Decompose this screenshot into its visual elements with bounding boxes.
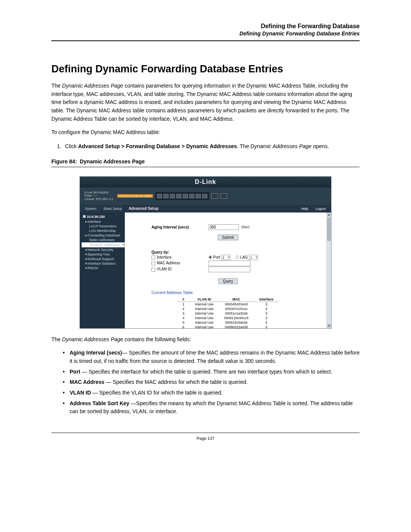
port-select[interactable]: 1 [221,255,230,260]
scroll-up-icon[interactable]: ▲ [327,212,331,217]
table-cell: 2 [177,307,190,311]
table-cell: Internal Use [190,307,219,311]
vlan-label: VLAN ID [157,267,172,271]
tab-system[interactable]: System [80,205,102,212]
lag-select[interactable]: 1 [249,255,258,260]
tree-forwarding-db[interactable]: ▸Forwarding Database [81,233,123,238]
tree-network-security[interactable]: ▾Network Security [81,248,123,252]
table-cell: 00051c1a32a5 [219,311,254,316]
table-cell: 1 [177,302,190,307]
fields-intro: The Dynamic Addresses Page contains the … [51,335,360,344]
field-bullet: Aging Interval (secs)— Specifies the amo… [63,349,360,365]
intro-paragraph: The Dynamic Addresses Page contains para… [51,82,360,123]
module-slot-icon [220,193,227,199]
content-pane: Aging Interval (secs) (Sec) Submit Query… [125,212,331,328]
port-strip [155,192,209,200]
interface-checkbox[interactable] [151,256,155,259]
th-if: Interface [254,297,279,302]
port-icon [163,194,169,198]
query-button[interactable]: Query [218,278,237,284]
advanced-setup-label: Advanced Setup [126,206,158,211]
table-row: 4Internal Use000611bc961c53 [177,316,279,320]
table-cell: 3 [254,320,279,325]
chapter-title: Defining the Forwarding Database [51,23,360,30]
field-bullet: MAC Address — Specifies the MAC address … [63,378,360,387]
vlan-checkbox[interactable] [151,268,155,272]
scrollbar[interactable]: ▲ ▼ [327,212,331,328]
table-cell: Internal Use [190,316,219,320]
lead-in: To configure the Dynamic MAC Address tab… [51,128,360,137]
table-cell: Internal Use [190,302,219,307]
table-cell: 3 [254,325,279,328]
field-bullet: Address Table Sort Key —Specifies the me… [63,399,360,416]
aging-input[interactable] [209,224,239,230]
mac-checkbox[interactable] [151,262,155,265]
table-cell: 3 [254,316,279,320]
table-cell: 3 [254,307,279,311]
vlan-input[interactable] [209,267,250,272]
module-slot-icon [211,193,218,199]
logout-button[interactable]: Logout [312,206,329,211]
table-cell: Internal Use [190,325,219,328]
table-row: 2Internal Use000347cc01ce3 [177,307,279,311]
tree-dynamic[interactable]: Dynamic Addresses [81,242,125,248]
table-cell: Internal Use [190,320,219,325]
device-ip: 10.6.39.150 [87,215,105,219]
mac-input[interactable] [209,260,250,266]
switch-badge: 10/100 Fast Ethernet Switch [117,194,153,198]
tree-spanning-tree[interactable]: ▾Spanning Tree [81,252,123,257]
device-model: D-Link DES-3010FA [84,191,113,194]
field-list: Aging Interval (secs)— Specifies the amo… [51,349,360,416]
th-vlan: VLAN ID [190,297,219,302]
current-address-table-title: Current Address Table [151,290,304,295]
tree-rmon[interactable]: ▾RMON [81,266,123,270]
mac-label: MAC Address [157,261,180,265]
tree-multicast[interactable]: ▾Multicast Support [81,257,123,261]
figure-label: Figure 84: [51,158,77,165]
device-image-strip: D-Link DES-3010FA Power ▫▫▫▫ Console RPS… [80,187,331,205]
nav-tree: 10.6.39.150 ▸Interface LACP Parameters L… [80,212,125,328]
section-title: Defining Dynamic Forwarding Database Ent… [51,30,360,37]
tree-static[interactable]: Static Addresses [81,238,123,242]
aging-label: Aging Interval (secs) [151,225,209,229]
port-icon [170,194,175,198]
table-cell: 000347cc01ce [219,307,254,311]
page-title: Defining Dynamic Forwarding Database Ent… [51,63,360,75]
tree-lag[interactable]: LAG Membership [81,228,123,233]
scroll-down-icon[interactable]: ▼ [327,324,331,328]
port-label: Port [213,255,220,259]
table-cell: 000615c9dc0e [219,320,254,325]
page-number: Page 137 [51,436,360,441]
aging-unit: (Sec) [241,225,250,229]
address-table: # VLAN ID MAC Interface 1Internal Use000… [177,297,279,328]
lag-radio[interactable] [236,256,239,259]
figure-title: Dynamic Addresses Page [80,158,145,165]
tab-basic-setup[interactable]: Basic Setup [102,205,124,212]
table-cell: 4 [177,316,190,320]
submit-button[interactable]: Submit [218,235,238,240]
port-icon [176,194,182,198]
help-button[interactable]: Help [298,206,311,211]
port-icon [196,194,201,198]
field-bullet: VLAN ID — Specifies the VLAN ID for whic… [63,389,360,397]
screenshot-dynamic-addresses: D-Link D-Link DES-3010FA Power ▫▫▫▫ Cons… [80,176,331,329]
table-cell: 000045433443 [219,302,254,307]
footer-rule [51,433,360,433]
interface-label: Interface [157,255,172,259]
port-icon [157,194,162,198]
table-cell: 3 [177,311,190,316]
field-bullet: Port — Specifies the interface for which… [63,368,360,376]
scroll-thumb[interactable] [327,218,331,241]
step-1: Click Advanced Setup > Forwarding Databa… [63,142,360,150]
port-icon [189,194,194,198]
device-icon [83,215,86,218]
table-cell: 00080222a439 [219,325,254,328]
tree-lacp[interactable]: LACP Parameters [81,224,123,228]
table-row: 3Internal Use00051c1a32a53 [177,311,279,316]
lag-label: LAG [240,255,248,259]
tree-interface[interactable]: ▸Interface [81,219,123,224]
port-icon [183,194,188,198]
tree-if-stats[interactable]: ▾Interface Statistics [81,261,123,266]
table-row: 5Internal Use000615c9dc0e3 [177,320,279,325]
port-radio[interactable] [209,256,212,259]
